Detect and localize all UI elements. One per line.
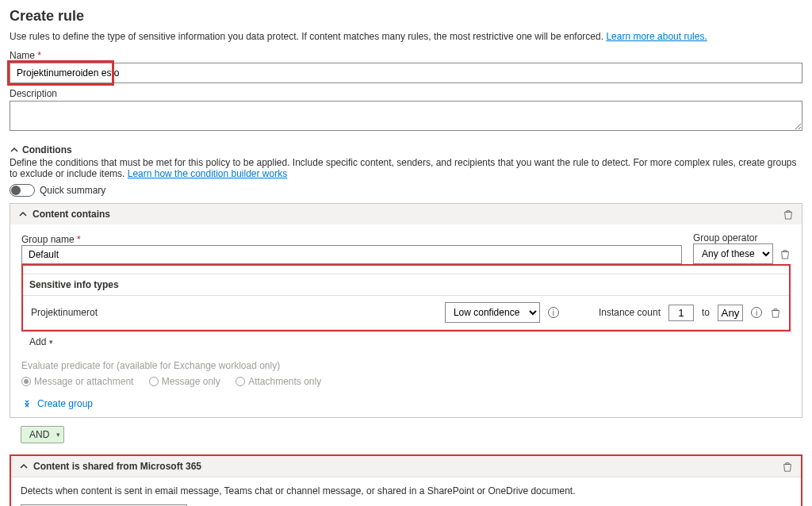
delete-sit-icon[interactable] — [770, 307, 781, 318]
sit-row: Projektinumerot Low confidence i Instanc… — [23, 296, 789, 330]
chevron-up-icon — [19, 462, 29, 471]
instance-count-label: Instance count — [599, 307, 661, 318]
conditions-heading: Conditions — [10, 144, 802, 155]
add-sit-button[interactable]: Add ▾ — [21, 332, 791, 352]
sensitive-info-types-box: Sensitive info types Projektinumerot Low… — [21, 264, 791, 332]
group-name-label: Group name * — [21, 234, 682, 245]
and-operator-chip[interactable]: AND ▾ — [21, 426, 64, 443]
name-label: Name * — [10, 50, 802, 61]
chevron-up-icon — [10, 145, 19, 155]
info-icon[interactable]: i — [548, 307, 559, 318]
instance-to-input[interactable] — [718, 305, 743, 321]
group-operator-select[interactable]: Any of these — [693, 243, 773, 264]
chevron-down-icon: ▾ — [56, 431, 60, 439]
learn-more-rules-link[interactable]: Learn more about rules. — [606, 31, 707, 42]
sit-name: Projektinumerot — [31, 307, 437, 318]
instance-from-input[interactable] — [668, 305, 694, 321]
intro-copy: Use rules to define the type of sensitiv… — [10, 31, 606, 42]
quick-summary-row: Quick summary — [10, 184, 802, 197]
evaluate-predicate-label: Evaluate predicate for (available for Ex… — [21, 360, 791, 371]
content-shared-pane-wrapper: Content is shared from Microsoft 365 Det… — [10, 454, 802, 506]
content-shared-description: Detects when content is sent in email me… — [21, 485, 791, 496]
delete-icon[interactable] — [782, 461, 793, 472]
name-input[interactable] — [10, 63, 802, 83]
conditions-description: Define the conditions that must be met f… — [10, 157, 802, 179]
sit-confidence-select[interactable]: Low confidence — [445, 302, 540, 323]
radio-message-only: Message only — [149, 376, 220, 387]
description-label: Description — [10, 88, 802, 99]
create-group-button[interactable]: Create group — [21, 398, 791, 409]
sensitive-info-types-heading: Sensitive info types — [23, 274, 789, 296]
group-name-input[interactable] — [21, 245, 682, 264]
chevron-up-icon — [18, 209, 28, 219]
content-contains-header[interactable]: Content contains — [10, 204, 802, 224]
to-label: to — [702, 307, 710, 318]
info-icon[interactable]: i — [751, 307, 762, 318]
intro-text: Use rules to define the type of sensitiv… — [10, 31, 802, 42]
delete-icon[interactable] — [783, 209, 794, 220]
page-title: Create rule — [10, 8, 802, 25]
delete-group-icon[interactable] — [779, 248, 791, 259]
content-contains-pane: Content contains Group name * Group oper… — [10, 203, 802, 418]
chevron-down-icon: ▾ — [49, 338, 53, 346]
content-shared-highlight-box: Content is shared from Microsoft 365 Det… — [10, 454, 802, 506]
required-indicator: * — [37, 50, 41, 61]
description-input[interactable] — [10, 101, 802, 131]
create-group-icon — [21, 398, 33, 409]
radio-message-or-attachment: Message or attachment — [21, 376, 133, 387]
group-operator-label: Group operator — [693, 232, 791, 243]
condition-builder-link[interactable]: Learn how the condition builder works — [128, 168, 287, 179]
content-shared-header[interactable]: Content is shared from Microsoft 365 — [11, 456, 801, 477]
radio-attachments-only: Attachments only — [236, 376, 321, 387]
quick-summary-toggle[interactable] — [10, 184, 35, 197]
quick-summary-label: Quick summary — [40, 185, 105, 196]
